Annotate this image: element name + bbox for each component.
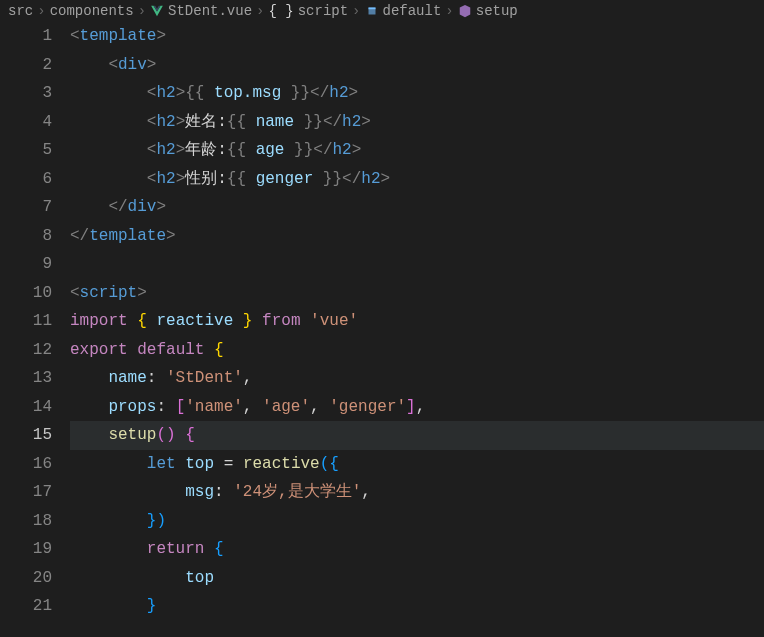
line-number: 20 xyxy=(0,564,52,593)
breadcrumb[interactable]: src › components › StDent.vue › { } scri… xyxy=(0,0,764,22)
chevron-right-icon: › xyxy=(37,3,45,19)
line-number: 21 xyxy=(0,592,52,621)
line-number: 15 xyxy=(0,421,52,450)
breadcrumb-item[interactable]: script xyxy=(298,3,348,19)
line-number: 4 xyxy=(0,108,52,137)
line-number: 16 xyxy=(0,450,52,479)
line-number: 11 xyxy=(0,307,52,336)
breadcrumb-item[interactable]: StDent.vue xyxy=(168,3,252,19)
line-number: 18 xyxy=(0,507,52,536)
line-number: 2 xyxy=(0,51,52,80)
breadcrumb-item[interactable]: components xyxy=(50,3,134,19)
line-number: 17 xyxy=(0,478,52,507)
line-number: 6 xyxy=(0,165,52,194)
breadcrumb-item[interactable]: default xyxy=(383,3,442,19)
line-number-gutter: 123456789101112131415161718192021 xyxy=(0,22,70,637)
method-icon xyxy=(458,4,472,18)
code-editor[interactable]: 123456789101112131415161718192021 <templ… xyxy=(0,22,764,637)
code-content[interactable]: <template> <div> <h2>{{ top.msg }}</h2> … xyxy=(70,22,764,637)
symbol-icon xyxy=(365,4,379,18)
chevron-right-icon: › xyxy=(138,3,146,19)
braces-icon: { } xyxy=(268,3,293,19)
breadcrumb-item[interactable]: src xyxy=(8,3,33,19)
line-number: 13 xyxy=(0,364,52,393)
chevron-right-icon: › xyxy=(256,3,264,19)
line-number: 14 xyxy=(0,393,52,422)
line-number: 1 xyxy=(0,22,52,51)
line-number: 5 xyxy=(0,136,52,165)
line-number: 12 xyxy=(0,336,52,365)
line-number: 9 xyxy=(0,250,52,279)
line-number: 3 xyxy=(0,79,52,108)
chevron-right-icon: › xyxy=(352,3,360,19)
line-number: 7 xyxy=(0,193,52,222)
line-number: 8 xyxy=(0,222,52,251)
breadcrumb-item[interactable]: setup xyxy=(476,3,518,19)
line-number: 19 xyxy=(0,535,52,564)
chevron-right-icon: › xyxy=(445,3,453,19)
vue-file-icon xyxy=(150,4,164,18)
line-number: 10 xyxy=(0,279,52,308)
